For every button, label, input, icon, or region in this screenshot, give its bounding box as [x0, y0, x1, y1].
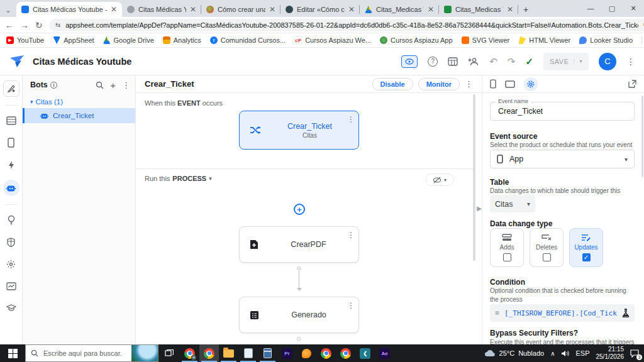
taskbar-after-effects[interactable]: Ae [375, 344, 394, 362]
notification-center[interactable]: 3 [630, 349, 639, 358]
search-highlight-image[interactable] [131, 345, 158, 361]
bots-menu-icon[interactable]: ⋮ [122, 80, 130, 90]
mobile-view-icon[interactable] [490, 79, 496, 89]
step-node-crearpdf[interactable]: CrearPDF ⋮ [239, 226, 359, 263]
back-icon[interactable]: ← [5, 21, 14, 30]
tab-close-icon[interactable]: ✕ [507, 5, 513, 14]
table-dropdown[interactable]: Citas ▾ [490, 195, 535, 212]
adds-checkbox[interactable] [503, 253, 511, 261]
condition-formula-field[interactable]: = [_THISROW_BEFORE].[Cod_Ticke [490, 304, 635, 322]
bookmark-youtube[interactable]: ▶ YouTube [6, 36, 44, 44]
deletes-checkbox[interactable] [543, 253, 551, 261]
info-icon[interactable]: i [50, 82, 57, 89]
nav-intelligence[interactable] [4, 213, 18, 227]
nav-security[interactable] [4, 235, 18, 249]
updates-checkbox[interactable]: ✓ [582, 253, 591, 261]
event-source-dropdown[interactable]: App ▾ [490, 150, 635, 168]
language-indicator[interactable]: ESP [575, 349, 589, 357]
taskbar-chrome-1[interactable]: ✕ [180, 344, 199, 362]
tray-expand-icon[interactable]: ∧ [550, 350, 555, 357]
taskbar-calculator[interactable] [258, 344, 277, 362]
bot-menu-icon[interactable]: ⋮ [465, 79, 473, 89]
desktop-view-icon[interactable] [505, 80, 515, 88]
taskbar-explorer[interactable] [219, 344, 238, 362]
option-deletes[interactable]: Deletes [530, 228, 564, 267]
clock[interactable]: 21:15 25/1/2026 [596, 346, 625, 361]
tab-close-icon[interactable]: ✕ [190, 5, 196, 14]
visibility-toggle[interactable]: ▾ [425, 173, 454, 186]
taskbar-chrome-3[interactable] [316, 344, 336, 362]
url-bar[interactable]: ⇆ appsheet.com/template/AppDef?appName=C… [49, 19, 644, 31]
save-button[interactable]: SAVE ▾ [543, 53, 589, 70]
start-button[interactable] [0, 344, 25, 362]
tab-editar-video[interactable]: Editar «Cómo crear una apli ✕ [280, 2, 360, 17]
taskbar-chrome-4[interactable] [336, 344, 355, 362]
site-info-icon[interactable]: ⇆ [55, 21, 60, 28]
taskbar-search[interactable]: Escribe aquí para buscar. [25, 344, 158, 362]
option-adds[interactable]: Adds [490, 228, 524, 267]
taskbar-teal-app[interactable]: ❮ [355, 344, 375, 362]
all-bookmarks[interactable]: Todos los marcadores [641, 36, 644, 44]
bookmark-svg-viewer[interactable]: SVG Viewer [462, 36, 510, 44]
tab-google-sheets[interactable]: Citas_Medicas Youtube - Ho ✕ [439, 2, 518, 17]
bot-item-crear-ticket[interactable]: Crear_Ticket [23, 108, 135, 123]
step-menu-icon[interactable]: ⋮ [347, 301, 355, 310]
minimize-button[interactable]: — [580, 0, 601, 16]
open-in-new-icon[interactable] [628, 80, 636, 88]
close-button[interactable]: ✕ [623, 0, 644, 16]
nav-actions[interactable] [4, 158, 18, 172]
event-node-crear-ticket[interactable]: Crear_Ticket Citas ⋮ [239, 111, 359, 150]
nav-automation[interactable] [3, 180, 19, 196]
tab-search-chevron-icon[interactable]: ⌄ [0, 3, 16, 17]
quickstart-button[interactable] [3, 80, 19, 97]
event-name-field[interactable]: Event name Crear_Ticket [490, 102, 635, 121]
tab-close-icon[interactable]: ✕ [269, 5, 275, 14]
flask-icon[interactable] [622, 309, 630, 317]
data-grid-button[interactable] [448, 57, 458, 66]
connector-dot[interactable] [297, 337, 301, 341]
bookmark-looker[interactable]: Looker Studio [579, 36, 633, 44]
undo-button[interactable]: ↶ [489, 56, 497, 67]
account-avatar[interactable]: C [599, 53, 616, 70]
nav-app[interactable] [4, 136, 18, 150]
tab-appsheet-editor[interactable]: Citas Médicas Youtube - App ✕ [16, 2, 122, 17]
maximize-button[interactable]: ▢ [601, 0, 623, 16]
event-node-menu-icon[interactable]: ⋮ [347, 115, 355, 124]
bot-group-citas[interactable]: ▾ Citas (1) [23, 94, 135, 108]
step-menu-icon[interactable]: ⋮ [347, 231, 355, 239]
search-icon[interactable] [96, 81, 104, 89]
taskbar-chrome-2[interactable] [199, 344, 219, 362]
collapse-caret-icon[interactable]: ▾ [30, 99, 33, 105]
reload-icon[interactable]: ↻ [35, 21, 43, 30]
bookmark-comunidad[interactable]: f Comunidad Cursos... [210, 36, 286, 44]
weather-widget[interactable]: 25°C Nublado [484, 349, 545, 357]
preview-app-button[interactable] [401, 55, 418, 68]
tab-youtube-video[interactable]: Cómo crear una aplicación d ✕ [201, 2, 280, 17]
nav-settings[interactable] [4, 257, 18, 271]
add-step-button[interactable]: + [294, 204, 305, 215]
redo-button[interactable]: ↷ [508, 56, 516, 67]
bookmark-appsheet[interactable]: AppSheet [53, 36, 94, 44]
bookmark-analytics[interactable]: Analytics [163, 36, 201, 44]
option-updates[interactable]: Updates ✓ [569, 228, 603, 267]
panel-expand-arrow[interactable]: ▶ [477, 205, 482, 212]
taskbar-notepad[interactable] [238, 344, 258, 362]
tab-close-icon[interactable]: ✕ [348, 5, 355, 14]
nav-learning[interactable] [4, 301, 18, 315]
taskbar-premiere[interactable]: Pr [277, 344, 297, 362]
canvas-scrollbar[interactable] [473, 94, 475, 261]
nav-manage[interactable] [4, 279, 18, 293]
bookmark-drive[interactable]: Google Drive [103, 36, 154, 44]
step-node-generado[interactable]: Generado ⋮ [239, 297, 359, 333]
save-dropdown-caret[interactable]: ▾ [574, 58, 582, 64]
monitor-button[interactable]: Monitor [418, 78, 460, 90]
share-app-button[interactable] [468, 57, 479, 66]
task-view-button[interactable] [158, 344, 180, 362]
tab-close-icon[interactable]: ✕ [428, 5, 434, 14]
help-button[interactable]: ? [428, 57, 438, 67]
bookmark-html-viewer[interactable]: HTML Viewer [518, 36, 570, 44]
connector-dot[interactable] [297, 266, 301, 270]
volume-icon[interactable] [561, 350, 569, 357]
forward-icon[interactable]: → [20, 21, 29, 30]
settings-view-button[interactable] [524, 77, 538, 91]
